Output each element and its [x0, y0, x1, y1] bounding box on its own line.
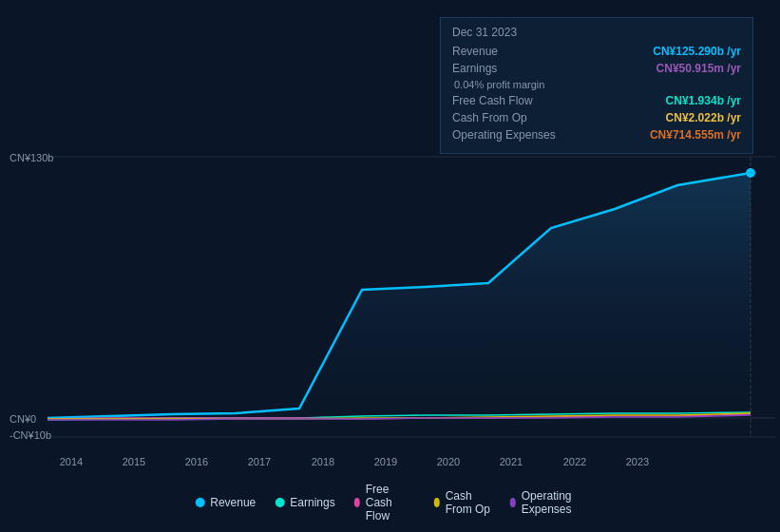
legend-dot-earnings — [275, 498, 284, 507]
tooltip-row-opex: Operating Expenses CN¥714.555m /yr — [452, 128, 741, 142]
tooltip-row-cashfromop: Cash From Op CN¥2.022b /yr — [452, 111, 741, 124]
svg-text:2021: 2021 — [500, 456, 523, 467]
legend-item-earnings[interactable]: Earnings — [275, 496, 334, 509]
svg-text:2022: 2022 — [563, 456, 586, 467]
svg-text:2017: 2017 — [248, 456, 271, 467]
legend-label-fcf: Free Cash Flow — [366, 483, 415, 522]
svg-text:CN¥130b: CN¥130b — [10, 152, 53, 163]
tooltip-value-revenue: CN¥125.290b /yr — [653, 45, 741, 58]
tooltip-value-earnings: CN¥50.915m /yr — [656, 62, 741, 75]
tooltip-label-revenue: Revenue — [452, 45, 498, 58]
tooltip-label-opex: Operating Expenses — [452, 128, 556, 142]
tooltip-label-earnings: Earnings — [452, 62, 497, 75]
tooltip-row-earnings: Earnings CN¥50.915m /yr — [452, 62, 741, 75]
tooltip-row-fcf: Free Cash Flow CN¥1.934b /yr — [452, 94, 741, 107]
legend-label-revenue: Revenue — [210, 496, 256, 509]
legend-dot-revenue — [195, 498, 204, 507]
tooltip-box: Dec 31 2023 Revenue CN¥125.290b /yr Earn… — [440, 17, 753, 154]
tooltip-value-fcf: CN¥1.934b /yr — [666, 94, 741, 107]
svg-text:CN¥0: CN¥0 — [10, 413, 36, 425]
tooltip-title: Dec 31 2023 — [452, 26, 741, 39]
svg-point-5 — [746, 168, 755, 178]
tooltip-row-revenue: Revenue CN¥125.290b /yr — [452, 45, 741, 58]
legend-label-earnings: Earnings — [290, 496, 334, 509]
legend-item-revenue[interactable]: Revenue — [195, 496, 256, 509]
legend-item-fcf[interactable]: Free Cash Flow — [354, 483, 415, 522]
legend-dot-cashfromop — [434, 498, 440, 507]
svg-text:-CN¥10b: -CN¥10b — [10, 429, 51, 441]
tooltip-label-cashfromop: Cash From Op — [452, 111, 527, 124]
svg-text:2023: 2023 — [626, 456, 649, 467]
legend-dot-fcf — [354, 498, 360, 507]
legend-label-opex: Operating Expenses — [522, 489, 585, 516]
tooltip-label-fcf: Free Cash Flow — [452, 94, 533, 107]
tooltip-value-opex: CN¥714.555m /yr — [650, 128, 741, 142]
chart-container: Dec 31 2023 Revenue CN¥125.290b /yr Earn… — [0, 0, 780, 532]
svg-text:2015: 2015 — [123, 456, 145, 467]
tooltip-profit-margin: 0.04% profit margin — [452, 79, 741, 90]
legend-dot-opex — [510, 498, 516, 507]
svg-text:2018: 2018 — [312, 456, 334, 467]
svg-text:2020: 2020 — [437, 456, 460, 467]
svg-text:2014: 2014 — [60, 456, 83, 467]
legend-label-cashfromop: Cash From Op — [446, 489, 491, 516]
svg-text:2019: 2019 — [374, 456, 397, 467]
svg-text:2016: 2016 — [185, 456, 208, 467]
tooltip-value-cashfromop: CN¥2.022b /yr — [666, 111, 741, 124]
legend-item-cashfromop[interactable]: Cash From Op — [434, 489, 491, 516]
legend-item-opex[interactable]: Operating Expenses — [510, 489, 585, 516]
legend: Revenue Earnings Free Cash Flow Cash Fro… — [195, 483, 585, 522]
